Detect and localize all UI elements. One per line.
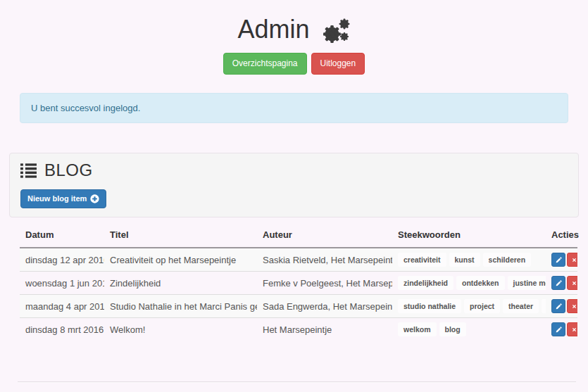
new-blog-item-label: Nieuw blog item [27,194,87,204]
cell-auteur: Femke v Poelgeest, Het Marsepeintje [257,272,392,295]
cell-acties [546,318,577,341]
column-header-steekwoorden: Steekwoorden [392,223,546,248]
cogs-icon [323,18,351,44]
cell-datum: dinsdag 12 apr 2016 [20,248,104,272]
pencil-icon [555,279,563,287]
admin-page: Admin Overzichtspagina Uitloggen U bent … [0,0,588,383]
page-header: Admin Overzichtspagina Uitloggen [0,14,588,75]
overview-page-button[interactable]: Overzichtspagina [223,53,307,75]
blog-table-body: dinsdag 12 apr 2016Creativiteit op het M… [20,248,577,341]
delete-button[interactable] [567,276,577,290]
cell-steekwoorden: welkomblog [392,318,546,341]
cell-acties [546,248,577,272]
table-row: dinsdag 12 apr 2016Creativiteit op het M… [20,248,577,272]
column-header-titel: Titel [104,223,257,248]
header-buttons: Overzichtspagina Uitloggen [0,53,588,75]
column-header-acties: Acties [546,223,577,248]
page-title: Admin [0,14,588,45]
keyword-tag: justine mol [508,276,546,290]
edit-button[interactable] [551,299,565,313]
column-header-datum: Datum [20,223,104,248]
blog-panel: BLOG Nieuw blog item [9,153,579,217]
blog-heading: BLOG [20,160,568,181]
login-success-alert: U bent succesvol ingelogd. [20,93,568,123]
keyword-tag: theater [503,299,539,313]
list-icon [20,163,37,178]
x-icon [570,303,578,310]
keyword-tag: schilderen [483,253,532,267]
table-row: dinsdag 8 mrt 2016Welkom!Het Marsepeintj… [20,318,577,341]
cell-titel: Creativiteit op het Marsepeintje [104,248,257,272]
keyword-tag: activiteit [542,299,546,313]
page-title-text: Admin [237,14,309,45]
cell-acties [546,272,577,295]
cell-titel: Welkom! [104,318,257,341]
blog-table: DatumTitelAuteurSteekwoordenActies dinsd… [20,223,577,341]
keyword-tag: zindelijkheid [398,276,453,290]
cell-steekwoorden: studio nathalieprojecttheateractiviteit [392,295,546,318]
keyword-tag: kunst [449,253,480,267]
blog-heading-text: BLOG [44,160,93,181]
cell-datum: woensdag 1 jun 2016 [20,272,104,295]
keyword-tag: blog [439,322,466,336]
x-icon [570,256,578,264]
table-row: maandag 4 apr 2016Studio Nathalie in het… [20,295,577,318]
keyword-tag: project [464,299,500,313]
cell-datum: maandag 4 apr 2016 [20,295,104,318]
alert-text: U bent succesvol ingelogd. [31,103,140,113]
x-icon [570,279,578,287]
keyword-tag: studio nathalie [398,299,461,313]
keyword-tag: welkom [398,322,437,336]
cell-steekwoorden: zindelijkheidontdekkenjustine molbeleid [392,272,546,295]
edit-button[interactable] [551,276,565,290]
cell-auteur: Sada Engwerda, Het Marsepeintje [257,295,392,318]
pencil-icon [555,326,563,334]
plus-circle-icon [90,194,99,203]
cell-auteur: Saskia Rietveld, Het Marsepeintje [257,248,392,272]
blog-table-head: DatumTitelAuteurSteekwoordenActies [20,223,577,248]
delete-button[interactable] [567,253,577,267]
edit-button[interactable] [551,322,565,336]
keyword-tag: ontdekken [456,276,505,290]
cell-titel: Zindelijkheid [104,272,257,295]
cell-datum: dinsdag 8 mrt 2016 [20,318,104,341]
cell-auteur: Het Marsepeintje [257,318,392,341]
x-icon [570,326,578,334]
keyword-tag: creativiteit [398,253,446,267]
column-header-auteur: Auteur [257,223,392,248]
cell-steekwoorden: creativiteitkunstschilderen [392,248,546,272]
delete-button[interactable] [567,299,577,313]
edit-button[interactable] [551,253,565,267]
new-blog-item-button[interactable]: Nieuw blog item [20,189,106,208]
pencil-icon [555,256,563,264]
table-row: woensdag 1 jun 2016ZindelijkheidFemke v … [20,272,577,295]
delete-button[interactable] [567,322,577,336]
logout-button[interactable]: Uitloggen [311,53,365,75]
footer-divider [18,381,576,383]
pencil-icon [555,303,563,310]
cell-acties [546,295,577,318]
cell-titel: Studio Nathalie in het Marci Panis gebou… [104,295,257,318]
